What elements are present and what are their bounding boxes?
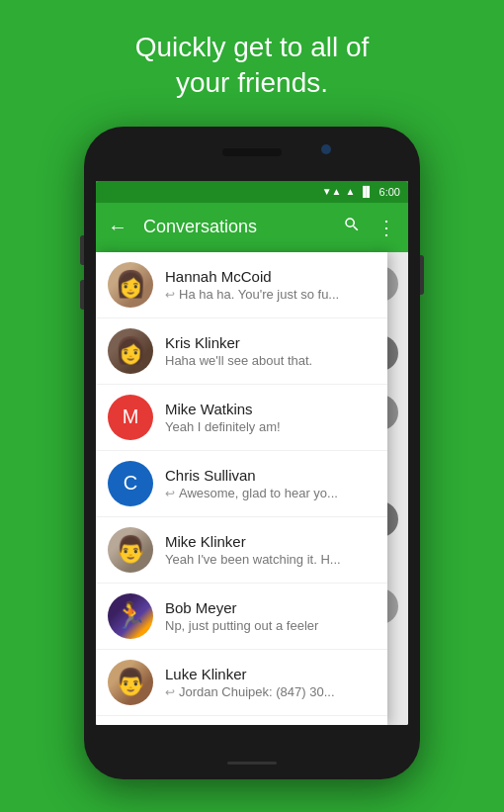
wifi-icon: ▼▲	[322, 186, 342, 197]
phone-power-button	[420, 255, 424, 295]
conversation-list: 👩 Hannah McCoid ↩Ha ha ha. You're just s…	[96, 252, 387, 725]
screen-title: Conversations	[143, 217, 343, 237]
conv-content: Mike Klinker Yeah I've been watching it.…	[165, 533, 376, 567]
conv-content: Luke Klinker ↩Jordan Chuipek: (847) 30..…	[165, 666, 376, 699]
tagline-line2: your friends.	[176, 67, 328, 98]
conv-name: Mike Klinker	[165, 533, 376, 550]
conv-name: Hannah McCoid	[165, 268, 376, 285]
phone-device: ▼▲ ▲ ▐▌ 6:00 ← Conversations ⋮	[84, 127, 420, 779]
conv-content: Hannah McCoid ↩Ha ha ha. You're just so …	[165, 268, 376, 302]
tagline: Quickly get to all of your friends.	[96, 0, 409, 122]
conversation-item[interactable]: C Chris Sullivan ↩Awesome, glad to hear …	[96, 451, 387, 517]
avatar: 👩	[108, 262, 153, 308]
avatar: 👨	[108, 527, 153, 573]
clock: 6:00	[379, 186, 400, 198]
conv-preview: Yeah I've been watching it. H...	[165, 552, 376, 567]
conversation-item[interactable]: 👦 Tyson Massey Ok cool sounds good	[96, 716, 387, 725]
status-bar: ▼▲ ▲ ▐▌ 6:00	[96, 181, 408, 203]
avatar: C	[108, 461, 153, 506]
conv-name: Mike Watkins	[165, 401, 376, 417]
reply-icon: ↩	[165, 487, 175, 500]
conv-preview-text: Np, just putting out a feeler	[165, 618, 318, 633]
avatar: 👨	[108, 660, 153, 705]
conversation-item[interactable]: 🏃 Bob Meyer Np, just putting out a feele…	[96, 584, 387, 650]
conv-preview-text: Haha we'll see about that.	[165, 353, 312, 368]
signal-icon: ▲	[346, 186, 356, 197]
avatar: M	[108, 395, 153, 440]
battery-icon: ▐▌	[359, 186, 373, 197]
top-actions: ⋮	[343, 216, 396, 239]
conv-preview: Np, just putting out a feeler	[165, 618, 376, 633]
status-icons: ▼▲ ▲ ▐▌ 6:00	[322, 186, 400, 198]
reply-icon: ↩	[165, 685, 175, 699]
phone-screen: ▼▲ ▲ ▐▌ 6:00 ← Conversations ⋮	[96, 181, 408, 725]
conversation-item[interactable]: 👨 Luke Klinker ↩Jordan Chuipek: (847) 30…	[96, 650, 387, 716]
phone-home	[227, 762, 277, 765]
conversation-item[interactable]: 👨 Mike Klinker Yeah I've been watching i…	[96, 517, 387, 584]
conv-content: Bob Meyer Np, just putting out a feeler	[165, 599, 376, 633]
tagline-line1: Quickly get to all of	[135, 32, 370, 62]
conversation-item[interactable]: 👩 Hannah McCoid ↩Ha ha ha. You're just s…	[96, 252, 387, 318]
conv-name: Luke Klinker	[165, 666, 376, 682]
conv-preview: ↩Awesome, glad to hear yo...	[165, 486, 376, 500]
conversations-drawer: 👩 Hannah McCoid ↩Ha ha ha. You're just s…	[96, 252, 387, 725]
conversation-item[interactable]: M Mike Watkins Yeah I definitely am!	[96, 385, 387, 451]
conversation-item[interactable]: 👩 Kris Klinker Haha we'll see about that…	[96, 318, 387, 385]
more-options-button[interactable]: ⋮	[377, 216, 396, 239]
conv-preview-text: Jordan Chuipek: (847) 30...	[179, 684, 335, 699]
back-button[interactable]: ←	[108, 216, 127, 238]
conv-preview: Yeah I definitely am!	[165, 419, 376, 434]
conv-preview: ↩Ha ha ha. You're just so fu...	[165, 287, 376, 302]
conv-content: Mike Watkins Yeah I definitely am!	[165, 401, 376, 434]
phone-vol-down-button	[80, 280, 84, 310]
phone-vol-up-button	[80, 235, 84, 265]
conv-preview-text: Yeah I've been watching it. H...	[165, 552, 341, 567]
top-app-bar: ← Conversations ⋮	[96, 203, 408, 252]
conv-preview-text: Awesome, glad to hear yo...	[179, 486, 338, 500]
phone-speaker	[222, 148, 282, 156]
conv-name: Chris Sullivan	[165, 467, 376, 484]
phone-camera	[321, 144, 331, 154]
conv-preview: ↩Jordan Chuipek: (847) 30...	[165, 684, 376, 699]
reply-icon: ↩	[165, 288, 175, 302]
conv-content: Chris Sullivan ↩Awesome, glad to hear yo…	[165, 467, 376, 500]
avatar: 🏃	[108, 593, 153, 639]
conv-name: Bob Meyer	[165, 599, 376, 616]
conv-preview-text: Ha ha ha. You're just so fu...	[179, 287, 339, 302]
conv-name: Kris Klinker	[165, 334, 376, 351]
conv-preview-text: Yeah I definitely am!	[165, 419, 281, 434]
conv-content: Kris Klinker Haha we'll see about that.	[165, 334, 376, 368]
avatar: 👩	[108, 328, 153, 374]
search-button[interactable]	[343, 216, 361, 239]
conv-preview: Haha we'll see about that.	[165, 353, 376, 368]
